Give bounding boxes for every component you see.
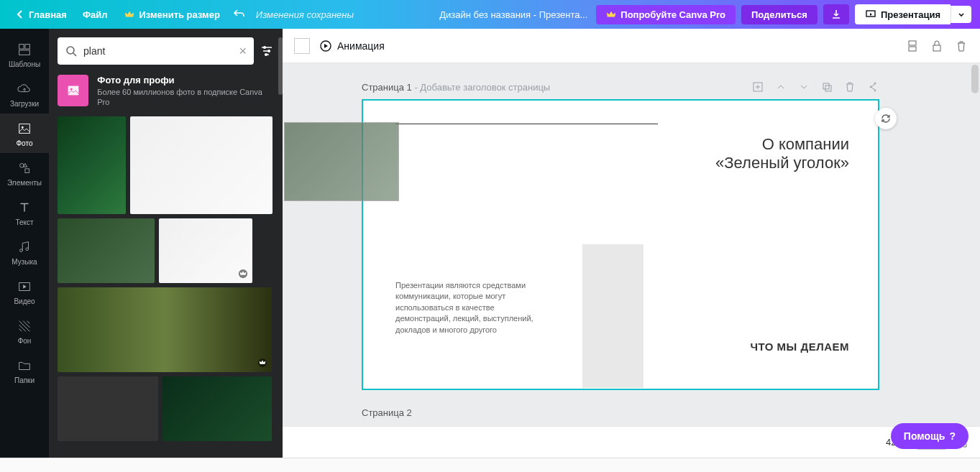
- slide-title[interactable]: О компании «Зеленый уголок»: [715, 135, 849, 172]
- photo-thumb[interactable]: [58, 218, 155, 283]
- svg-point-8: [20, 249, 23, 252]
- photo-thumb[interactable]: [58, 116, 126, 214]
- slide-body-text[interactable]: Презентации являются средствами коммуник…: [395, 280, 546, 336]
- download-button[interactable]: [823, 4, 849, 24]
- drag-preview-image[interactable]: [284, 122, 399, 201]
- share-button[interactable]: Поделиться: [741, 5, 818, 24]
- svg-point-11: [67, 47, 74, 54]
- templates-icon: [17, 42, 32, 57]
- pro-promo-card[interactable]: Фото для профи Более 60 миллионов фото в…: [58, 75, 274, 108]
- home-button[interactable]: Главная: [9, 5, 74, 24]
- rail-text[interactable]: Текст: [0, 193, 49, 232]
- trash-icon[interactable]: [954, 39, 968, 53]
- rail-video[interactable]: Видео: [0, 272, 49, 311]
- animation-label: Анимация: [337, 40, 385, 52]
- svg-point-13: [267, 50, 270, 52]
- help-button[interactable]: Помощь ?: [891, 423, 968, 449]
- refresh-button[interactable]: [875, 108, 897, 129]
- chevron-down-icon: [957, 10, 966, 19]
- animation-button[interactable]: Анимация: [319, 39, 385, 53]
- slide-subtitle[interactable]: ЧТО МЫ ДЕЛАЕМ: [750, 341, 849, 353]
- page-header: Страница 1 - Добавьте заголовок страницы: [362, 80, 879, 93]
- rail-templates[interactable]: Шаблоны: [0, 34, 49, 74]
- undo-button[interactable]: [229, 4, 250, 25]
- rail-folders-label: Папки: [14, 376, 35, 384]
- present-dropdown[interactable]: [951, 6, 971, 23]
- music-icon: [17, 239, 32, 255]
- chevron-left-icon: [16, 10, 24, 19]
- left-rail: Шаблоны Загрузки Фото Элементы Текст Муз…: [0, 29, 49, 458]
- move-down-icon[interactable]: [797, 80, 810, 93]
- page-number-label: Страница 1: [362, 82, 412, 93]
- browser-footer: [0, 458, 980, 472]
- rail-background[interactable]: Фон: [0, 311, 49, 351]
- title-line-1: О компании: [715, 135, 849, 154]
- rail-music-label: Музыка: [12, 258, 37, 266]
- svg-rect-7: [25, 169, 29, 173]
- rail-music[interactable]: Музыка: [0, 232, 49, 272]
- promo-thumb: [58, 75, 88, 106]
- undo-icon: [233, 8, 246, 21]
- rail-uploads[interactable]: Загрузки: [0, 74, 49, 114]
- svg-point-9: [26, 248, 29, 251]
- page-title-input[interactable]: Добавьте заголовок страницы: [420, 82, 550, 93]
- crown-icon: [257, 358, 267, 368]
- share-page-icon[interactable]: [866, 80, 879, 93]
- photo-thumb[interactable]: [159, 218, 252, 283]
- search-box: ×: [58, 37, 254, 65]
- add-page-icon[interactable]: [751, 80, 764, 93]
- present-button[interactable]: Презентация: [855, 4, 951, 24]
- svg-rect-3: [19, 50, 30, 55]
- svg-point-12: [263, 46, 266, 49]
- move-up-icon[interactable]: [774, 80, 787, 93]
- image-placeholder[interactable]: [582, 244, 644, 388]
- photo-thumb[interactable]: [58, 376, 158, 441]
- divider-line: [395, 124, 658, 124]
- search-input[interactable]: [83, 45, 233, 57]
- svg-rect-24: [823, 83, 829, 89]
- trash-icon[interactable]: [843, 80, 856, 93]
- bottom-bar: 42 % 15: [283, 426, 980, 458]
- photo-thumb[interactable]: [58, 287, 272, 372]
- clear-search-button[interactable]: ×: [239, 44, 247, 59]
- svg-rect-25: [825, 85, 831, 91]
- top-menu-bar: Главная Файл Изменить размер Изменения с…: [0, 0, 980, 29]
- rail-uploads-label: Загрузки: [10, 100, 39, 108]
- background-icon: [17, 318, 32, 334]
- file-menu[interactable]: Файл: [74, 5, 116, 24]
- rail-photos[interactable]: Фото: [0, 114, 49, 153]
- photo-thumb[interactable]: [130, 116, 273, 214]
- filter-icon: [260, 44, 274, 58]
- photo-icon: [17, 121, 32, 136]
- svg-rect-1: [19, 45, 24, 49]
- cloud-upload-icon: [17, 81, 32, 97]
- vertical-scrollbar[interactable]: [971, 65, 979, 93]
- animation-icon: [319, 39, 333, 53]
- page-2-label: Страница 2: [362, 407, 879, 418]
- resize-button[interactable]: Изменить размер: [116, 5, 228, 24]
- svg-rect-15: [68, 86, 78, 96]
- crown-icon: [124, 9, 134, 19]
- photo-thumb[interactable]: [162, 376, 272, 441]
- svg-rect-21: [909, 47, 916, 51]
- refresh-icon: [880, 113, 892, 124]
- resize-label: Изменить размер: [139, 9, 219, 20]
- canvas-scroll[interactable]: Страница 1 - Добавьте заголовок страницы…: [283, 63, 980, 458]
- color-swatch[interactable]: [294, 38, 310, 54]
- rail-elements[interactable]: Элементы: [0, 153, 49, 193]
- download-icon: [830, 9, 842, 20]
- filter-button[interactable]: [260, 44, 274, 58]
- slide-page-1[interactable]: О компании «Зеленый уголок» Презентации …: [362, 99, 879, 390]
- lock-icon[interactable]: [930, 39, 944, 53]
- svg-point-14: [265, 53, 267, 56]
- duplicate-icon[interactable]: [820, 80, 833, 93]
- position-icon[interactable]: [905, 39, 920, 53]
- crown-icon: [606, 9, 616, 19]
- rail-folders[interactable]: Папки: [0, 351, 49, 390]
- present-label: Презентация: [881, 9, 940, 20]
- photo-panel: × Фото для профи Более 60 миллионов фото…: [49, 29, 283, 458]
- crown-icon: [238, 269, 248, 279]
- document-title[interactable]: Дизайн без названия - Презента...: [439, 9, 587, 20]
- try-pro-button[interactable]: Попробуйте Canva Pro: [596, 5, 736, 24]
- title-line-2: «Зеленый уголок»: [715, 154, 849, 172]
